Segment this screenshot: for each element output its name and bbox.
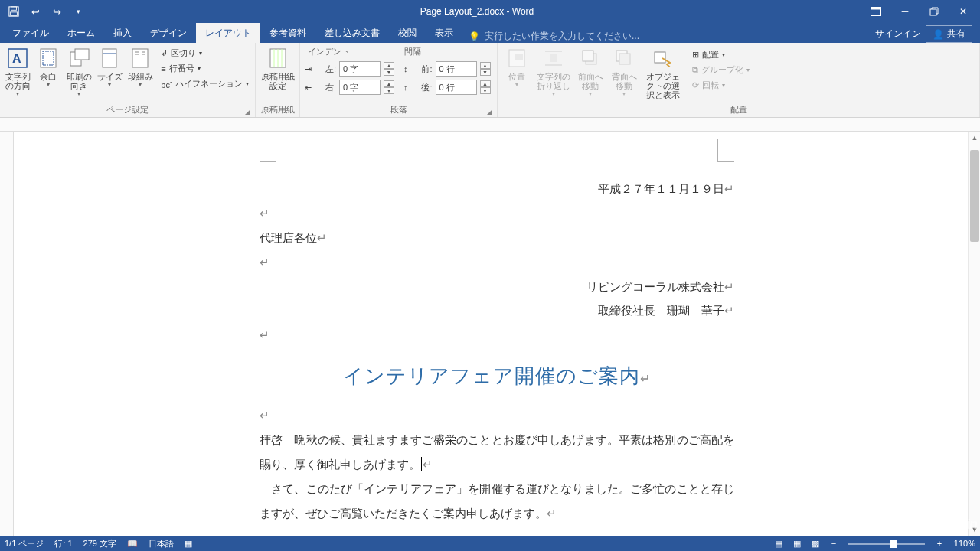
indent-left-up[interactable]: ▲ [384,62,394,69]
spacing-after-input[interactable]: 0 行 [436,80,477,95]
tab-insert[interactable]: 挿入 [104,23,141,43]
page[interactable]: 平成２７年１１月１９日↵ ↵ 代理店各位↵ ↵ リビングコーラル株式会社↵ 取締… [160,132,834,536]
doc-recipient: 代理店各位↵ [260,227,734,251]
spacing-after-up[interactable]: ▲ [480,80,491,87]
tab-layout[interactable]: レイアウト [196,23,260,43]
tab-design[interactable]: デザイン [141,23,196,43]
status-proofing-icon[interactable]: 📖 [127,539,138,549]
signin-link[interactable]: サインイン [875,28,921,41]
doc-date: 平成２７年１１月１９日↵ [260,147,734,202]
indent-left-input[interactable]: 0 字 [339,61,381,77]
spacing-before-down[interactable]: ▼ [480,69,491,76]
doc-company: リビングコーラル株式会社↵ [260,276,734,300]
indent-right-input[interactable]: 0 字 [339,80,381,95]
status-macro-icon[interactable]: ▦ [185,539,192,549]
svg-rect-5 [930,9,936,15]
selection-pane-button[interactable]: オブジェクトの選択と表示 [642,44,684,101]
share-icon: 👤 [933,29,944,40]
orientation-button[interactable]: 印刷の向き▾ [64,44,93,99]
page-setup-group-label: ページ設定◢ [3,103,252,117]
spacing-after-icon: ↕ [403,83,408,92]
undo-button[interactable]: ↩ [26,2,44,21]
paragraph-dialog-launcher[interactable]: ◢ [487,108,492,116]
indent-left-down[interactable]: ▼ [384,69,394,76]
text-direction-button[interactable]: A 文字列の方向▾ [3,44,32,99]
vertical-ruler[interactable] [0,132,14,536]
svg-rect-2 [11,12,18,15]
redo-button[interactable]: ↪ [47,2,66,21]
tab-file[interactable]: ファイル [3,23,58,43]
spacing-before-input[interactable]: 0 行 [436,61,477,77]
empty-para-3: ↵ [260,324,734,348]
vertical-scrollbar[interactable]: ▲ ▼ [968,132,980,536]
svg-rect-11 [75,49,89,60]
horizontal-ruler[interactable] [0,118,980,132]
tab-review[interactable]: 校閲 [389,23,426,43]
qat-customize[interactable]: ▾ [69,2,87,21]
zoom-in-button[interactable]: + [931,536,948,550]
tab-references[interactable]: 参考資料 [260,23,315,43]
orientation-icon [67,46,91,70]
document-viewport[interactable]: 平成２７年１１月１９日↵ ↵ 代理店各位↵ ↵ リビングコーラル株式会社↵ 取締… [14,132,980,536]
page-setup-dialog-launcher[interactable]: ◢ [245,108,250,116]
bring-forward-button: 前面へ移動▾ [574,44,606,99]
margins-icon [36,46,60,70]
view-web-layout[interactable]: ▩ [807,536,824,550]
line-numbers-button[interactable]: ≡行番号 ▾ [158,61,252,76]
tab-home[interactable]: ホーム [58,23,104,43]
breaks-button[interactable]: ↲区切り ▾ [158,46,252,60]
minimize-button[interactable]: ─ [891,1,919,22]
svg-rect-4 [871,8,881,10]
document-title: Page Layout_2.docx - Word [92,6,862,17]
scroll-thumb[interactable] [970,150,979,242]
align-button[interactable]: ⊞配置 ▾ [689,47,753,62]
zoom-slider[interactable] [848,543,925,545]
doc-body-2: さて、このたび「インテリアフェア」を開催する運びとなりました。ご多忙のことと存じ… [260,478,734,527]
zoom-slider-knob[interactable] [890,540,897,548]
hyphenation-button[interactable]: bc-ハイフネーション ▾ [158,77,252,91]
rotate-button[interactable]: ⟳回転 ▾ [689,78,753,93]
status-page[interactable]: 1/1 ページ [5,538,44,549]
arrange-group-label: 配置 [501,103,976,117]
scroll-up-arrow[interactable]: ▲ [969,132,980,144]
svg-rect-1 [11,7,17,10]
view-read-mode[interactable]: ▤ [770,536,787,550]
svg-text:A: A [12,52,21,65]
share-button[interactable]: 👤 共有 [926,25,972,43]
tab-view[interactable]: 表示 [426,23,462,43]
spacing-before-icon: ↕ [403,64,408,73]
text-direction-icon: A [5,46,30,70]
linkedin-watermark: Linked in [923,517,977,533]
ribbon-display-options[interactable] [862,1,890,22]
spacing-after-down[interactable]: ▼ [480,87,491,94]
manuscript-button[interactable]: 原稿用紙設定 [259,44,296,92]
margins-button[interactable]: 余白▾ [34,44,63,90]
size-icon [97,46,122,70]
view-print-layout[interactable]: ▦ [789,536,805,550]
tab-mailings[interactable]: 差し込み文書 [315,23,389,43]
maximize-button[interactable] [920,1,948,22]
svg-rect-32 [655,52,665,63]
text-caret [421,457,422,471]
breaks-icon: ↲ [161,48,168,58]
indent-right-up[interactable]: ▲ [384,80,394,87]
selection-pane-icon [651,46,675,70]
indent-right-down[interactable]: ▼ [384,87,394,94]
save-button[interactable] [5,2,23,21]
columns-button[interactable]: 段組み▾ [126,44,155,90]
status-word-count[interactable]: 279 文字 [83,538,116,549]
size-button[interactable]: サイズ▾ [95,44,124,90]
status-language[interactable]: 日本語 [149,538,174,549]
margin-corner-tl [260,139,276,162]
status-line[interactable]: 行: 1 [54,538,72,549]
zoom-out-button[interactable]: − [825,536,842,550]
lightbulb-icon: 💡 [469,31,480,42]
indent-section-label: インデント [303,46,400,59]
tell-me-placeholder: 実行したい作業を入力してください... [485,30,639,43]
empty-para-4: ↵ [260,404,734,429]
zoom-level[interactable]: 110% [954,539,975,548]
tell-me-search[interactable]: 💡 実行したい作業を入力してください... [462,30,875,43]
spacing-before-up[interactable]: ▲ [480,62,491,69]
close-button[interactable]: ✕ [949,1,977,22]
group-objects-button[interactable]: ⧉グループ化 ▾ [689,63,753,77]
